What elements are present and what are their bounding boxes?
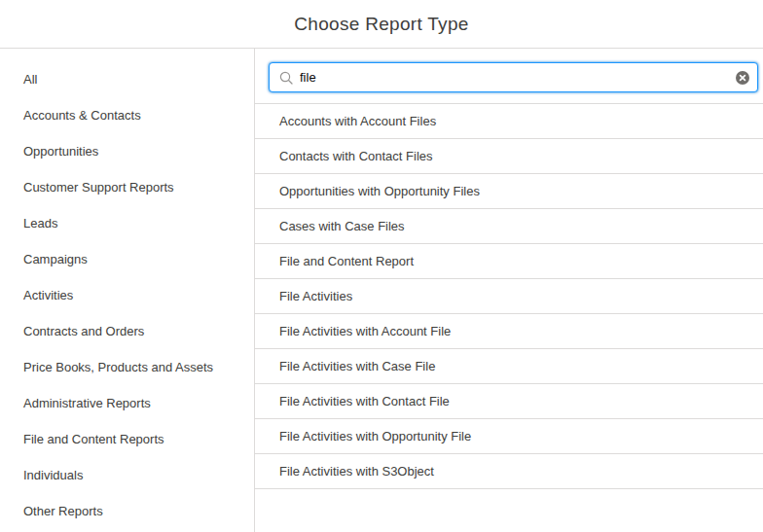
- search-icon: [279, 71, 293, 85]
- sidebar-item-all[interactable]: All: [0, 61, 254, 97]
- dialog-body: All Accounts & Contacts Opportunities Cu…: [0, 49, 763, 532]
- sidebar-item-leads[interactable]: Leads: [0, 205, 254, 241]
- dialog-header: Choose Report Type: [0, 0, 763, 49]
- search-box: [269, 62, 758, 92]
- report-type-row[interactable]: File Activities with Case File: [255, 349, 763, 384]
- sidebar-item-price-books-products-assets[interactable]: Price Books, Products and Assets: [0, 349, 254, 385]
- dialog-title: Choose Report Type: [294, 14, 468, 35]
- sidebar-item-accounts-contacts[interactable]: Accounts & Contacts: [0, 97, 254, 133]
- sidebar-item-contracts-orders[interactable]: Contracts and Orders: [0, 313, 254, 349]
- report-type-row[interactable]: Opportunities with Opportunity Files: [255, 174, 763, 209]
- report-type-list: Accounts with Account Files Contacts wit…: [255, 103, 763, 489]
- search-input[interactable]: [300, 70, 736, 85]
- report-type-row[interactable]: File Activities with Contact File: [255, 384, 763, 419]
- report-type-results: Accounts with Account Files Contacts wit…: [255, 103, 763, 489]
- report-type-panel: Accounts with Account Files Contacts wit…: [255, 49, 763, 532]
- clear-search-button[interactable]: [736, 71, 749, 85]
- report-type-row[interactable]: File Activities with Opportunity File: [255, 419, 763, 454]
- report-type-row[interactable]: File Activities: [255, 279, 763, 314]
- sidebar-item-campaigns[interactable]: Campaigns: [0, 241, 254, 277]
- report-type-row[interactable]: File and Content Report: [255, 244, 763, 279]
- report-type-row[interactable]: File Activities with S3Object: [255, 454, 763, 489]
- report-type-row[interactable]: File Activities with Account File: [255, 314, 763, 349]
- report-category-list: All Accounts & Contacts Opportunities Cu…: [0, 61, 254, 529]
- sidebar-item-individuals[interactable]: Individuals: [0, 457, 254, 493]
- report-category-sidebar: All Accounts & Contacts Opportunities Cu…: [0, 49, 255, 532]
- sidebar-item-customer-support-reports[interactable]: Customer Support Reports: [0, 169, 254, 205]
- report-type-row[interactable]: Cases with Case Files: [255, 209, 763, 244]
- report-type-row[interactable]: Accounts with Account Files: [255, 104, 763, 139]
- sidebar-item-other-reports[interactable]: Other Reports: [0, 493, 254, 529]
- clear-circle-icon: [736, 71, 749, 85]
- search-container: [255, 49, 763, 103]
- report-type-row[interactable]: Contacts with Contact Files: [255, 139, 763, 174]
- sidebar-item-file-content-reports[interactable]: File and Content Reports: [0, 421, 254, 457]
- sidebar-item-opportunities[interactable]: Opportunities: [0, 133, 254, 169]
- sidebar-item-activities[interactable]: Activities: [0, 277, 254, 313]
- sidebar-item-administrative-reports[interactable]: Administrative Reports: [0, 385, 254, 421]
